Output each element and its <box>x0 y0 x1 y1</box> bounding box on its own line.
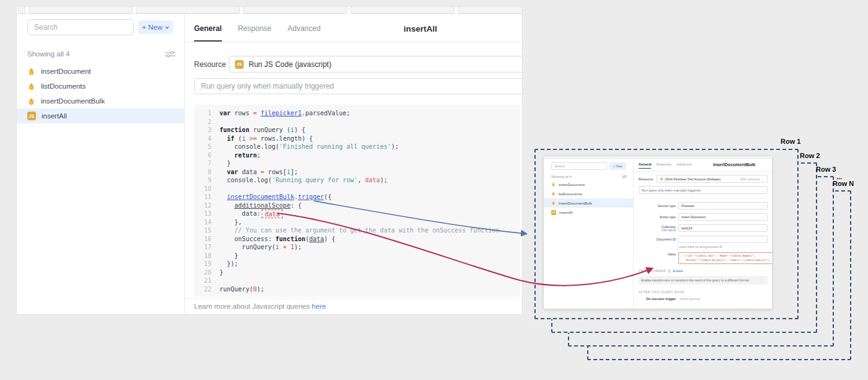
query-name-label: insertAll <box>42 112 67 120</box>
code-token: // You can use the argument to get the d… <box>234 226 499 235</box>
code-token: ) { <box>324 235 335 244</box>
code-line-21[interactable]: 21 <box>194 276 520 285</box>
cropped-tab[interactable] <box>18 7 25 14</box>
mini-line-number: 1 <box>681 254 683 262</box>
mini-field-select[interactable]: test123⌄ <box>678 224 768 232</box>
filter-sliders-icon[interactable] <box>165 50 175 58</box>
line-number: 20 <box>194 268 211 277</box>
code-line-2[interactable]: 2 <box>194 118 520 126</box>
mini-edit-resource-link[interactable]: Edit resource <box>741 177 760 181</box>
line-number: 16 <box>194 235 211 244</box>
js-icon: JS <box>27 112 36 120</box>
mini-filter-sliders-icon[interactable] <box>622 175 627 179</box>
cropped-tab[interactable] <box>136 7 240 14</box>
code-token: : { <box>290 201 301 210</box>
sidebar-item-insertDocumentBulk[interactable]: insertDocumentBulk <box>17 94 184 108</box>
mini-field-select[interactable]: Insert Document⌄ <box>678 213 768 221</box>
resource-select[interactable]: JS Run JS Code (javascript) <box>229 56 523 73</box>
mini-sidebar-item-listDocuments[interactable]: listDocuments <box>544 189 633 198</box>
line-number: 17 <box>194 243 211 252</box>
mini-transformer-row: TRANSFORMER i Enable <box>639 269 768 273</box>
code-line-6[interactable]: 6 return; <box>194 151 520 160</box>
mini-sidebar-item-insertDocumentBulk[interactable]: insertDocumentBulk <box>544 198 633 208</box>
editor-header: GeneralResponseAdvanced insertAll <box>185 14 522 42</box>
code-token <box>219 201 234 210</box>
search-input[interactable] <box>27 19 134 35</box>
code-line-22[interactable]: 22runQuery(0); <box>194 285 520 294</box>
code-line-16[interactable]: 16 onSuccess: function(data) { <box>194 235 520 244</box>
run-trigger-select[interactable]: Run query only when manually triggered <box>194 78 523 94</box>
mini-tab-response[interactable]: Response <box>656 162 671 169</box>
mini-on-success-select[interactable]: Select queries... <box>680 297 702 301</box>
mini-new-query-button[interactable]: + New <box>609 162 626 170</box>
sidebar-item-listDocuments[interactable]: listDocuments <box>17 79 184 94</box>
code-line-5[interactable]: 5 console.log('Finished running all quer… <box>194 143 520 151</box>
mini-sidebar: Search + New Showing all 4 insertDocumen… <box>544 159 634 309</box>
mini-run-trigger-select[interactable]: Run query only when manually triggered ⌄ <box>639 186 768 194</box>
code-token: 'Running query for row' <box>272 176 357 185</box>
mini-use-raw-id-link[interactable]: Use raw id <box>639 229 676 232</box>
code-token: data: <box>219 210 260 218</box>
code-token: rows[ <box>264 168 286 177</box>
docs-link[interactable]: here <box>312 303 326 310</box>
line-number: 5 <box>194 143 211 151</box>
code-line-8[interactable]: 8 var data = rows[i]; <box>194 168 520 177</box>
code-token: if <box>227 135 234 143</box>
mini-chevron-down-icon: ⌄ <box>762 215 764 219</box>
code-token: runQuery( <box>219 243 275 252</box>
code-line-11[interactable]: 11 insertDocumentBulk.trigger({ <box>194 193 520 201</box>
resource-select-value: Run JS Code (javascript) <box>249 60 331 69</box>
code-line-12[interactable]: 12 additionalScope: { <box>194 201 520 210</box>
code-line-1[interactable]: 1var rows = filepicker1.parsedValue; <box>194 109 520 118</box>
code-line-7[interactable]: 7 } <box>194 159 520 168</box>
code-line-3[interactable]: 3function runQuery (i) { <box>194 126 520 135</box>
line-number: 7 <box>194 159 211 168</box>
mini-sidebar-item-insertAll[interactable]: JSinsertAll <box>544 208 633 217</box>
mini-value-code-editor[interactable]: 1 {"id":"{{data.id}}", "Name":"{{data.Na… <box>678 252 772 264</box>
code-token: ); <box>391 143 399 151</box>
mini-field-select[interactable]: Firestore⌄ <box>678 202 768 210</box>
code-line-17[interactable]: 17 runQuery(i + 1); <box>194 243 520 252</box>
mini-field-input[interactable] <box>678 236 768 243</box>
mini-enable-transformer-link[interactable]: Enable <box>673 269 683 273</box>
tab-advanced[interactable]: Advanced <box>288 24 321 42</box>
mini-field-row-collection: CollectionUse raw idtest123⌄ <box>639 224 768 232</box>
code-line-10[interactable]: 10 <box>194 185 520 193</box>
resource-label: Resource <box>194 60 226 69</box>
mini-tab-advanced[interactable]: Advanced <box>676 162 691 169</box>
code-line-20[interactable]: 20} <box>194 268 520 277</box>
code-line-14[interactable]: 14 }, <box>194 218 520 227</box>
mini-resource-select[interactable]: Chris Firebase Test Account (firebase) E… <box>657 175 768 183</box>
tab-general[interactable]: General <box>194 24 222 42</box>
code-token: additionalScope <box>234 201 290 210</box>
code-line-18[interactable]: 18 } <box>194 252 520 260</box>
sidebar-item-insertDocument[interactable]: insertDocument <box>17 64 184 79</box>
code-line-15[interactable]: 15 // You can use the argument to get th… <box>194 226 520 235</box>
mini-sidebar-item-insertDocument[interactable]: insertDocument <box>544 180 633 189</box>
sidebar-item-insertAll[interactable]: JSinsertAll <box>17 108 184 123</box>
line-number: 21 <box>194 276 211 285</box>
cropped-tab[interactable] <box>29 7 133 14</box>
cropped-tab[interactable] <box>243 7 347 14</box>
cropped-tab[interactable] <box>350 7 454 14</box>
code-token: filepicker1 <box>260 109 301 118</box>
tab-response[interactable]: Response <box>238 24 272 42</box>
code-line-19[interactable]: 19 }); <box>194 260 520 268</box>
code-token: insertDocumentBulk <box>227 193 294 201</box>
line-number: 10 <box>194 185 211 193</box>
cropped-tab[interactable] <box>458 7 523 14</box>
new-query-button[interactable]: + New <box>138 20 173 34</box>
code-line-13[interactable]: 13 data:data <box>194 210 520 218</box>
code-token: console.log( <box>219 143 279 151</box>
code-token: return <box>234 151 257 160</box>
code-token: console.log( <box>219 176 272 185</box>
query-list: insertDocument listDocuments insertDocum… <box>17 64 184 123</box>
code-line-9[interactable]: 9 console.log('Running query for row', d… <box>194 176 520 185</box>
mini-query-list: insertDocument listDocuments insertDocum… <box>544 180 633 217</box>
code-token: >= <box>249 135 257 143</box>
code-line-4[interactable]: 4 if (i >= rows.length) { <box>194 135 520 143</box>
code-editor[interactable]: 1var rows = filepicker1.parsedValue;23fu… <box>194 105 520 297</box>
mini-search-input[interactable]: Search <box>551 162 607 170</box>
js-icon: JS <box>235 60 244 69</box>
mini-tab-general[interactable]: General <box>639 162 651 169</box>
